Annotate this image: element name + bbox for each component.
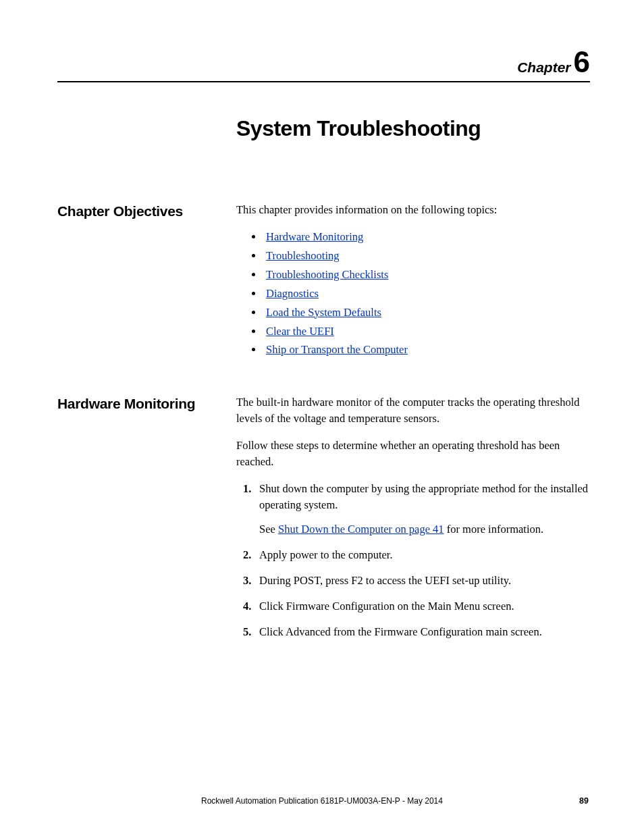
heading-hardware-monitoring: Hardware Monitoring xyxy=(57,394,236,412)
link-diagnostics[interactable]: Diagnostics xyxy=(266,287,319,300)
section-chapter-objectives: Chapter Objectives This chapter provides… xyxy=(57,202,590,361)
body-chapter-objectives: This chapter provides information on the… xyxy=(236,202,590,361)
list-item: Hardware Monitoring xyxy=(263,229,590,245)
list-item: Diagnostics xyxy=(263,286,590,302)
chapter-number: 6 xyxy=(574,45,590,78)
step-text: Click Advanced from the Firmware Configu… xyxy=(259,625,542,638)
link-ship-transport[interactable]: Ship or Transport the Computer xyxy=(266,343,408,356)
page-number: 89 xyxy=(579,796,589,806)
step-sub-prefix: See xyxy=(259,523,278,536)
link-troubleshooting-checklists[interactable]: Troubleshooting Checklists xyxy=(266,268,388,281)
step-5: Click Advanced from the Firmware Configu… xyxy=(259,624,590,640)
heading-chapter-objectives: Chapter Objectives xyxy=(57,202,236,219)
link-load-system-defaults[interactable]: Load the System Defaults xyxy=(266,306,381,319)
chapter-label: Chapter xyxy=(517,59,570,75)
list-item: Troubleshooting Checklists xyxy=(263,267,590,283)
step-text: Shut down the computer by using the appr… xyxy=(259,482,588,511)
step-2: Apply power to the computer. xyxy=(259,547,590,563)
header-rule xyxy=(57,81,590,82)
step-sub-suffix: for more information. xyxy=(444,523,544,536)
body-hardware-monitoring: The built-in hardware monitor of the com… xyxy=(236,394,590,649)
page: Chapter6 System Troubleshooting Chapter … xyxy=(0,0,644,834)
steps-list: Shut down the computer by using the appr… xyxy=(236,481,590,640)
list-item: Ship or Transport the Computer xyxy=(263,342,590,358)
chapter-header: Chapter6 xyxy=(57,47,590,77)
section-hardware-monitoring: Hardware Monitoring The built-in hardwar… xyxy=(57,394,590,649)
step-1: Shut down the computer by using the appr… xyxy=(259,481,590,538)
step-text: Click Firmware Configuration on the Main… xyxy=(259,600,514,613)
hw-para2: Follow these steps to determine whether … xyxy=(236,438,590,470)
link-shut-down-page[interactable]: Shut Down the Computer on page 41 xyxy=(278,523,444,536)
link-clear-uefi[interactable]: Clear the UEFI xyxy=(266,325,334,338)
step-text: Apply power to the computer. xyxy=(259,548,393,561)
step-4: Click Firmware Configuration on the Main… xyxy=(259,598,590,615)
step-3: During POST, press F2 to access the UEFI… xyxy=(259,573,590,589)
step-1-sub: See Shut Down the Computer on page 41 fo… xyxy=(259,521,590,538)
topics-list: Hardware Monitoring Troubleshooting Trou… xyxy=(236,229,590,358)
step-text: During POST, press F2 to access the UEFI… xyxy=(259,574,511,587)
hw-para1: The built-in hardware monitor of the com… xyxy=(236,394,590,427)
link-hardware-monitoring[interactable]: Hardware Monitoring xyxy=(266,230,363,243)
page-title: System Troubleshooting xyxy=(236,116,590,141)
objectives-intro: This chapter provides information on the… xyxy=(236,202,590,218)
link-troubleshooting[interactable]: Troubleshooting xyxy=(266,249,340,262)
list-item: Clear the UEFI xyxy=(263,323,590,340)
footer-publication: Rockwell Automation Publication 6181P-UM… xyxy=(0,796,644,806)
list-item: Load the System Defaults xyxy=(263,305,590,321)
list-item: Troubleshooting xyxy=(263,248,590,264)
